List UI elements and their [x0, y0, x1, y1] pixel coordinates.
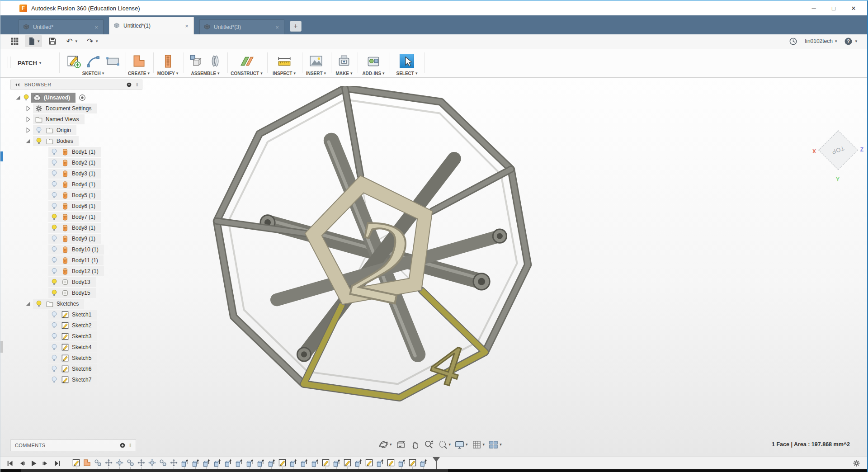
step-forward-button[interactable]	[40, 458, 51, 468]
rectangle-icon[interactable]	[105, 53, 120, 69]
toolbar-grip[interactable]	[8, 57, 10, 68]
panel-grip[interactable]: ‖	[129, 443, 132, 448]
timeline-item-move[interactable]	[137, 458, 146, 467]
close-tab-icon[interactable]: ×	[274, 24, 280, 31]
zoom-window-button[interactable]: ▾	[438, 439, 451, 450]
bulb-on-icon[interactable]	[50, 213, 58, 221]
ribbon-group-dropdown[interactable]: SKETCH▾	[82, 71, 104, 76]
timeline-item-extrude[interactable]	[267, 458, 276, 467]
bulb-on-icon[interactable]	[50, 289, 58, 297]
add-ins-icon[interactable]	[366, 53, 381, 69]
bulb-off-icon[interactable]	[50, 170, 58, 178]
insert-image-icon[interactable]	[308, 53, 324, 69]
minimize-browser-icon[interactable]	[126, 82, 132, 88]
dodecahedron-die-model[interactable]: 2 4	[199, 86, 545, 432]
timeline-item-extrude[interactable]	[245, 458, 254, 467]
bulb-off-icon[interactable]	[50, 180, 58, 189]
timeline-item-sketch[interactable]	[408, 458, 417, 467]
bulb-off-icon[interactable]	[50, 354, 58, 362]
bulb-off-icon[interactable]	[50, 235, 58, 243]
help-menu[interactable]: ? ▾	[844, 37, 857, 46]
timeline-item-extrude[interactable]	[289, 458, 297, 467]
browser-row-body61[interactable]: Body6 (1)	[10, 201, 142, 212]
browser-row-body51[interactable]: Body5 (1)	[10, 190, 142, 201]
timeline-playhead[interactable]	[433, 457, 440, 470]
close-tab-icon[interactable]: ×	[93, 24, 99, 31]
timeline-item-extrude[interactable]	[300, 458, 308, 467]
new-tab-button[interactable]: +	[290, 21, 302, 32]
measure-icon[interactable]	[277, 53, 292, 69]
bulb-on-icon[interactable]	[35, 137, 43, 145]
apps-grid-button[interactable]	[8, 35, 21, 47]
bulb-on-icon[interactable]	[35, 300, 43, 308]
browser-row-body31[interactable]: Body3 (1)	[10, 168, 142, 179]
modify-ruler-icon[interactable]	[160, 53, 175, 69]
activate-icon[interactable]	[78, 94, 86, 102]
timeline-item-joint[interactable]	[94, 458, 102, 467]
grid-display-button[interactable]: ▾	[472, 439, 485, 450]
bulb-off-icon[interactable]	[50, 311, 58, 319]
document-tab-1[interactable]: Untitled*×	[19, 19, 104, 34]
arc-icon[interactable]	[85, 53, 101, 69]
ribbon-group-dropdown[interactable]: ADD-INS▾	[362, 71, 384, 76]
browser-row-body41[interactable]: Body4 (1)	[10, 179, 142, 190]
display-settings-button[interactable]: ▾	[454, 439, 468, 450]
file-menu-button[interactable]: ▾	[25, 35, 42, 47]
timeline-item-sketch[interactable]	[387, 458, 395, 467]
patch-create-icon[interactable]	[131, 53, 146, 69]
skip-end-button[interactable]	[52, 458, 62, 468]
assemble-cubes-icon[interactable]	[188, 53, 203, 69]
bulb-off-icon[interactable]	[50, 202, 58, 210]
tri-exp-icon[interactable]	[24, 137, 32, 145]
make-print-icon[interactable]	[336, 53, 352, 69]
bulb-off-icon[interactable]	[35, 126, 43, 134]
timeline-item-orient[interactable]	[148, 458, 156, 467]
browser-row-namedviews[interactable]: Named Views	[10, 114, 142, 125]
bulb-off-icon[interactable]	[50, 343, 58, 351]
panel-grip[interactable]: ‖	[136, 82, 138, 87]
bulb-on-icon[interactable]	[22, 94, 30, 102]
timeline-item-extrude[interactable]	[397, 458, 406, 467]
view-cube-face[interactable]: TOP	[818, 130, 858, 170]
browser-row-sketch2[interactable]: Sketch2	[10, 320, 142, 331]
construct-planes-icon[interactable]	[239, 53, 255, 69]
timeline-item-extrude[interactable]	[224, 458, 232, 467]
timeline-item-extrude[interactable]	[376, 458, 384, 467]
browser-row-body111[interactable]: Body11 (1)	[10, 255, 142, 266]
ribbon-group-dropdown[interactable]: ASSEMBLE▾	[191, 71, 219, 76]
view-cube[interactable]: TOP X Z Y	[811, 130, 866, 184]
browser-row-bodies[interactable]: Bodies	[10, 136, 142, 146]
browser-row-body91[interactable]: Body9 (1)	[10, 233, 142, 244]
timeline-item-orient[interactable]	[115, 458, 124, 467]
bulb-on-icon[interactable]	[50, 278, 58, 286]
document-tab-2[interactable]: Untitled*(1)×	[109, 17, 194, 34]
timeline-item-move[interactable]	[170, 458, 178, 467]
tri-exp-icon[interactable]	[14, 94, 22, 102]
timeline-scrollbar-thumb[interactable]	[21, 469, 448, 472]
joint-icon[interactable]	[208, 53, 223, 69]
add-comment-icon[interactable]	[119, 442, 126, 448]
timeline-item-extrude[interactable]	[256, 458, 265, 467]
browser-row-body81[interactable]: Body8 (1)	[10, 222, 142, 233]
timeline-item-sketch[interactable]	[365, 458, 373, 467]
timeline-item-sketch[interactable]	[72, 458, 80, 467]
ribbon-group-dropdown[interactable]: CONSTRUCT▾	[231, 71, 262, 76]
ribbon-group-dropdown[interactable]: INSERT▾	[306, 71, 326, 76]
step-back-button[interactable]	[17, 458, 27, 468]
timeline-item-sketch[interactable]	[278, 458, 287, 467]
tri-col-icon[interactable]	[24, 115, 32, 123]
timeline-settings-gear-icon[interactable]	[852, 459, 861, 467]
comments-bar[interactable]: COMMENTS ‖	[10, 439, 136, 451]
browser-row-sketch3[interactable]: Sketch3	[10, 331, 142, 342]
skip-start-button[interactable]	[5, 458, 15, 468]
select-cursor-button[interactable]	[400, 54, 414, 68]
bulb-off-icon[interactable]	[50, 256, 58, 264]
timeline-item-extrude[interactable]	[180, 458, 189, 467]
timeline-item-extrude[interactable]	[311, 458, 319, 467]
undo-button[interactable]: ↶▾	[63, 35, 80, 47]
ribbon-group-dropdown[interactable]: MODIFY▾	[157, 71, 178, 76]
browser-row-sketch5[interactable]: Sketch5	[10, 353, 142, 363]
timeline-item-extrude[interactable]	[213, 458, 222, 467]
timeline-item-extrude[interactable]	[332, 458, 341, 467]
clock-icon[interactable]	[789, 37, 797, 46]
